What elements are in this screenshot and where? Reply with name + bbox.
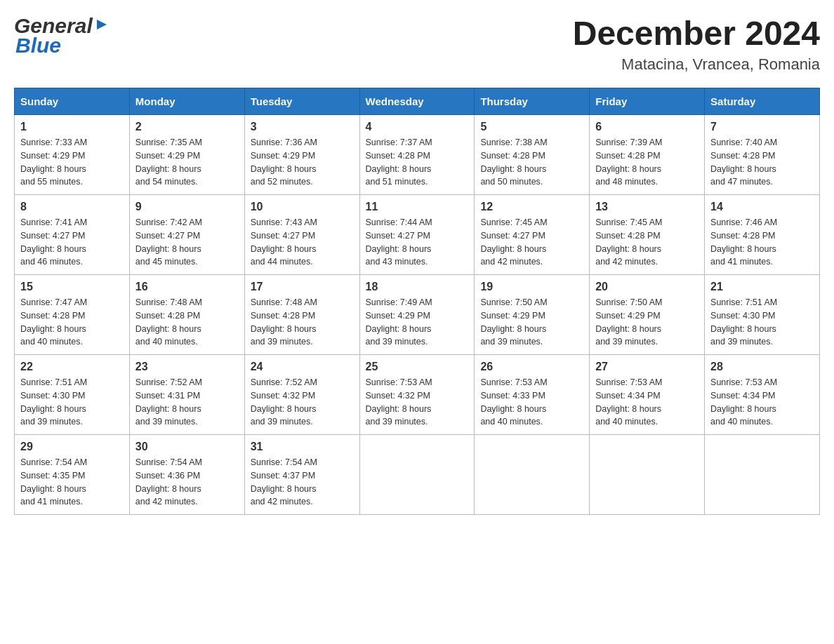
day-info: Sunrise: 7:40 AM Sunset: 4:28 PM Dayligh… (710, 136, 814, 189)
day-number: 4 (366, 121, 469, 133)
calendar-week-2: 8 Sunrise: 7:41 AM Sunset: 4:27 PM Dayli… (15, 195, 820, 275)
day-number: 6 (595, 121, 699, 133)
calendar-cell: 25 Sunrise: 7:53 AM Sunset: 4:32 PM Dayl… (359, 355, 475, 435)
weekday-header-monday: Monday (129, 88, 244, 115)
day-number: 23 (135, 361, 239, 373)
calendar-week-4: 22 Sunrise: 7:51 AM Sunset: 4:30 PM Dayl… (15, 355, 820, 435)
page-subtitle: Matacina, Vrancea, Romania (573, 55, 820, 74)
calendar-cell: 21 Sunrise: 7:51 AM Sunset: 4:30 PM Dayl… (705, 275, 820, 355)
day-number: 9 (135, 201, 239, 213)
day-number: 21 (710, 281, 814, 293)
day-info: Sunrise: 7:50 AM Sunset: 4:29 PM Dayligh… (480, 296, 583, 349)
day-number: 15 (20, 281, 124, 293)
calendar-cell: 1 Sunrise: 7:33 AM Sunset: 4:29 PM Dayli… (15, 115, 130, 195)
calendar-cell: 6 Sunrise: 7:39 AM Sunset: 4:28 PM Dayli… (590, 115, 705, 195)
day-info: Sunrise: 7:54 AM Sunset: 4:36 PM Dayligh… (135, 456, 239, 509)
day-info: Sunrise: 7:35 AM Sunset: 4:29 PM Dayligh… (135, 136, 239, 189)
weekday-header-friday: Friday (590, 88, 705, 115)
day-number: 16 (135, 281, 239, 293)
calendar-cell: 19 Sunrise: 7:50 AM Sunset: 4:29 PM Dayl… (475, 275, 590, 355)
day-number: 12 (480, 201, 583, 213)
day-info: Sunrise: 7:53 AM Sunset: 4:34 PM Dayligh… (710, 376, 814, 429)
day-info: Sunrise: 7:52 AM Sunset: 4:32 PM Dayligh… (251, 376, 354, 429)
day-number: 5 (480, 121, 583, 133)
day-info: Sunrise: 7:52 AM Sunset: 4:31 PM Dayligh… (135, 376, 239, 429)
day-info: Sunrise: 7:41 AM Sunset: 4:27 PM Dayligh… (20, 216, 124, 269)
day-number: 27 (595, 361, 699, 373)
day-number: 14 (710, 201, 814, 213)
calendar-cell: 26 Sunrise: 7:53 AM Sunset: 4:33 PM Dayl… (475, 355, 590, 435)
calendar-cell: 30 Sunrise: 7:54 AM Sunset: 4:36 PM Dayl… (129, 435, 244, 515)
calendar-week-3: 15 Sunrise: 7:47 AM Sunset: 4:28 PM Dayl… (15, 275, 820, 355)
day-info: Sunrise: 7:53 AM Sunset: 4:32 PM Dayligh… (366, 376, 469, 429)
calendar-cell (359, 435, 475, 515)
page-title: December 2024 (573, 14, 820, 53)
day-info: Sunrise: 7:33 AM Sunset: 4:29 PM Dayligh… (20, 136, 124, 189)
day-info: Sunrise: 7:54 AM Sunset: 4:37 PM Dayligh… (251, 456, 354, 509)
day-info: Sunrise: 7:38 AM Sunset: 4:28 PM Dayligh… (480, 136, 583, 189)
calendar-cell (705, 435, 820, 515)
calendar-cell: 29 Sunrise: 7:54 AM Sunset: 4:35 PM Dayl… (15, 435, 130, 515)
calendar-cell: 31 Sunrise: 7:54 AM Sunset: 4:37 PM Dayl… (244, 435, 359, 515)
day-number: 10 (251, 201, 354, 213)
day-info: Sunrise: 7:48 AM Sunset: 4:28 PM Dayligh… (135, 296, 239, 349)
weekday-header-saturday: Saturday (705, 88, 820, 115)
calendar-cell: 20 Sunrise: 7:50 AM Sunset: 4:29 PM Dayl… (590, 275, 705, 355)
calendar-cell: 23 Sunrise: 7:52 AM Sunset: 4:31 PM Dayl… (129, 355, 244, 435)
calendar-cell: 2 Sunrise: 7:35 AM Sunset: 4:29 PM Dayli… (129, 115, 244, 195)
day-info: Sunrise: 7:53 AM Sunset: 4:34 PM Dayligh… (595, 376, 699, 429)
day-number: 30 (135, 441, 239, 453)
day-info: Sunrise: 7:45 AM Sunset: 4:28 PM Dayligh… (595, 216, 699, 269)
calendar-cell: 24 Sunrise: 7:52 AM Sunset: 4:32 PM Dayl… (244, 355, 359, 435)
calendar-cell: 5 Sunrise: 7:38 AM Sunset: 4:28 PM Dayli… (475, 115, 590, 195)
day-info: Sunrise: 7:54 AM Sunset: 4:35 PM Dayligh… (20, 456, 124, 509)
day-info: Sunrise: 7:42 AM Sunset: 4:27 PM Dayligh… (135, 216, 239, 269)
weekday-header-sunday: Sunday (15, 88, 130, 115)
calendar-cell (590, 435, 705, 515)
day-info: Sunrise: 7:39 AM Sunset: 4:28 PM Dayligh… (595, 136, 699, 189)
day-info: Sunrise: 7:44 AM Sunset: 4:27 PM Dayligh… (366, 216, 469, 269)
logo: General Blue (14, 14, 110, 58)
day-number: 8 (20, 201, 124, 213)
day-info: Sunrise: 7:51 AM Sunset: 4:30 PM Dayligh… (710, 296, 814, 349)
day-number: 26 (480, 361, 583, 373)
calendar-week-1: 1 Sunrise: 7:33 AM Sunset: 4:29 PM Dayli… (15, 115, 820, 195)
logo-blue-text: Blue (15, 34, 110, 58)
day-info: Sunrise: 7:49 AM Sunset: 4:29 PM Dayligh… (366, 296, 469, 349)
calendar-cell: 14 Sunrise: 7:46 AM Sunset: 4:28 PM Dayl… (705, 195, 820, 275)
day-number: 7 (710, 121, 814, 133)
calendar-cell: 16 Sunrise: 7:48 AM Sunset: 4:28 PM Dayl… (129, 275, 244, 355)
calendar-cell: 18 Sunrise: 7:49 AM Sunset: 4:29 PM Dayl… (359, 275, 475, 355)
day-number: 25 (366, 361, 469, 373)
day-number: 22 (20, 361, 124, 373)
day-number: 24 (251, 361, 354, 373)
title-block: December 2024 Matacina, Vrancea, Romania (573, 14, 820, 74)
day-number: 20 (595, 281, 699, 293)
logo-icon (94, 17, 110, 32)
calendar-cell: 22 Sunrise: 7:51 AM Sunset: 4:30 PM Dayl… (15, 355, 130, 435)
day-number: 11 (366, 201, 469, 213)
day-info: Sunrise: 7:37 AM Sunset: 4:28 PM Dayligh… (366, 136, 469, 189)
calendar-cell: 13 Sunrise: 7:45 AM Sunset: 4:28 PM Dayl… (590, 195, 705, 275)
calendar-cell: 17 Sunrise: 7:48 AM Sunset: 4:28 PM Dayl… (244, 275, 359, 355)
calendar-cell: 28 Sunrise: 7:53 AM Sunset: 4:34 PM Dayl… (705, 355, 820, 435)
svg-marker-0 (97, 20, 107, 29)
day-number: 17 (251, 281, 354, 293)
day-info: Sunrise: 7:51 AM Sunset: 4:30 PM Dayligh… (20, 376, 124, 429)
calendar-cell: 27 Sunrise: 7:53 AM Sunset: 4:34 PM Dayl… (590, 355, 705, 435)
day-number: 19 (480, 281, 583, 293)
weekday-header-wednesday: Wednesday (359, 88, 475, 115)
day-info: Sunrise: 7:48 AM Sunset: 4:28 PM Dayligh… (251, 296, 354, 349)
weekday-header-row: SundayMondayTuesdayWednesdayThursdayFrid… (15, 88, 820, 115)
day-number: 1 (20, 121, 124, 133)
day-info: Sunrise: 7:46 AM Sunset: 4:28 PM Dayligh… (710, 216, 814, 269)
day-info: Sunrise: 7:50 AM Sunset: 4:29 PM Dayligh… (595, 296, 699, 349)
calendar-cell: 4 Sunrise: 7:37 AM Sunset: 4:28 PM Dayli… (359, 115, 475, 195)
day-number: 3 (251, 121, 354, 133)
calendar-cell: 10 Sunrise: 7:43 AM Sunset: 4:27 PM Dayl… (244, 195, 359, 275)
day-number: 2 (135, 121, 239, 133)
day-info: Sunrise: 7:53 AM Sunset: 4:33 PM Dayligh… (480, 376, 583, 429)
day-info: Sunrise: 7:47 AM Sunset: 4:28 PM Dayligh… (20, 296, 124, 349)
calendar-cell: 3 Sunrise: 7:36 AM Sunset: 4:29 PM Dayli… (244, 115, 359, 195)
day-number: 29 (20, 441, 124, 453)
